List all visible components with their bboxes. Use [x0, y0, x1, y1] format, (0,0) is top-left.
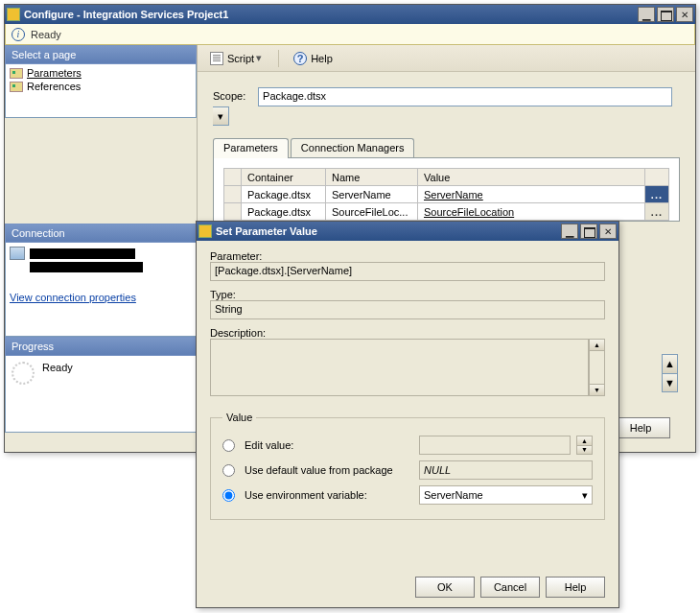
- scope-field[interactable]: Package.dtsx: [258, 87, 672, 106]
- configure-title: Configure - Integration Services Project…: [24, 9, 636, 20]
- grid-header-row: Container Name Value: [224, 169, 669, 186]
- grid-corner: [224, 169, 242, 186]
- dialog-help-button[interactable]: Help: [546, 577, 605, 598]
- tab-body: Container Name Value Package.dtsx Server…: [213, 158, 680, 222]
- ready-text: Ready: [31, 29, 61, 40]
- close-button[interactable]: [676, 7, 693, 22]
- default-value-field: NULL: [419, 460, 593, 480]
- script-label: Script: [227, 53, 254, 64]
- parameter-label: Parameter:: [210, 250, 605, 262]
- radio-environment-variable[interactable]: [222, 489, 235, 502]
- connection-header: Connection: [5, 224, 197, 243]
- table-row[interactable]: Package.dtsx ServerName ServerName ...: [224, 186, 669, 203]
- cell-value[interactable]: SourceFileLocation: [418, 203, 645, 221]
- description-label: Description:: [210, 327, 605, 339]
- edit-value-field[interactable]: [419, 436, 571, 455]
- type-field: String: [210, 300, 605, 319]
- page-icon: [10, 68, 23, 79]
- dialog-close-button[interactable]: [599, 224, 617, 239]
- tab-parameters[interactable]: Parameters: [213, 138, 289, 158]
- radio-env-label[interactable]: Use environment variable:: [245, 489, 413, 501]
- scope-label: Scope:: [213, 90, 255, 102]
- cell-value[interactable]: ServerName: [418, 186, 645, 203]
- dialog-maximize-button[interactable]: [580, 224, 597, 239]
- radio-edit-value-label[interactable]: Edit value:: [245, 439, 413, 451]
- env-variable-select[interactable]: ServerName ▾: [419, 485, 593, 505]
- cell-container: Package.dtsx: [242, 186, 326, 203]
- arrow-up-icon[interactable]: ▲: [577, 436, 592, 445]
- col-value[interactable]: Value: [418, 169, 645, 186]
- chevron-down-icon[interactable]: ▾: [582, 489, 588, 502]
- progress-spinner-icon: [12, 362, 35, 385]
- edit-value-updown[interactable]: ▲ ▼: [576, 436, 593, 455]
- toolbar: Script ▾ ? Help: [198, 45, 695, 72]
- arrow-down-icon[interactable]: ▼: [590, 384, 604, 395]
- redacted-text: [30, 248, 135, 259]
- dialog-title: Set Parameter Value: [216, 225, 559, 237]
- side-panel: Select a page Parameters References Conn…: [5, 45, 197, 452]
- ready-bar: i Ready: [5, 24, 695, 45]
- dialog-body: Parameter: [Package.dtsx].[ServerName] T…: [197, 241, 618, 607]
- server-icon: [10, 247, 25, 260]
- dialog-minimize-button[interactable]: [561, 224, 578, 239]
- tabs: Parameters Connection Managers: [213, 137, 680, 158]
- value-legend: Value: [222, 412, 256, 423]
- table-row[interactable]: Package.dtsx SourceFileLoc... SourceFile…: [224, 203, 669, 221]
- radio-default-value[interactable]: [222, 464, 235, 477]
- page-list: Parameters References: [5, 64, 197, 118]
- parameters-grid: Container Name Value Package.dtsx Server…: [223, 168, 669, 221]
- arrow-down-icon[interactable]: ▼: [663, 373, 677, 392]
- configure-titlebar[interactable]: Configure - Integration Services Project…: [5, 5, 695, 24]
- help-button[interactable]: Help: [611, 417, 670, 438]
- toolbar-separator: [278, 50, 279, 67]
- arrow-down-icon[interactable]: ▼: [577, 445, 592, 455]
- radio-env-row: Use environment variable: ServerName ▾: [222, 483, 593, 507]
- chevron-down-icon[interactable]: ▾: [254, 52, 264, 64]
- help-icon: ?: [293, 52, 307, 65]
- col-name[interactable]: Name: [326, 169, 418, 186]
- cell-container: Package.dtsx: [242, 203, 326, 221]
- browse-button[interactable]: ...: [644, 186, 668, 203]
- ok-button[interactable]: OK: [415, 577, 475, 598]
- script-icon: [210, 52, 223, 65]
- maximize-button[interactable]: [657, 7, 674, 22]
- value-group: Value Edit value: ▲ ▼ Use default value …: [210, 412, 605, 520]
- arrow-up-icon[interactable]: ▲: [663, 355, 677, 373]
- progress-text: Ready: [42, 362, 73, 373]
- dialog-buttons: OK Cancel Help: [415, 577, 605, 598]
- col-container[interactable]: Container: [242, 169, 326, 186]
- connection-panel: View connection properties: [5, 243, 197, 337]
- row-selector[interactable]: [224, 203, 242, 221]
- sidebar-item-parameters[interactable]: Parameters: [8, 66, 194, 80]
- help-toolbar-button[interactable]: ? Help: [287, 49, 339, 68]
- dialog-titlebar[interactable]: Set Parameter Value: [197, 222, 618, 241]
- radio-edit-value-row: Edit value: ▲ ▼: [222, 433, 593, 458]
- cancel-button[interactable]: Cancel: [480, 577, 540, 598]
- set-parameter-dialog: Set Parameter Value Parameter: [Package.…: [196, 221, 619, 608]
- col-actions: [644, 169, 668, 186]
- parameter-field: [Package.dtsx].[ServerName]: [210, 262, 605, 281]
- grid-scroll-updown[interactable]: ▲ ▼: [662, 354, 678, 392]
- cell-name: ServerName: [326, 186, 418, 203]
- radio-default-label[interactable]: Use default value from package: [245, 464, 413, 476]
- progress-panel: Ready: [5, 356, 197, 433]
- row-selector[interactable]: [224, 186, 242, 203]
- page-icon: [10, 82, 23, 92]
- configure-icon: [7, 8, 20, 21]
- description-scroll[interactable]: ▲ ▼: [589, 339, 605, 396]
- radio-edit-value[interactable]: [222, 439, 235, 452]
- select-page-header: Select a page: [5, 45, 197, 64]
- info-icon: i: [12, 28, 25, 41]
- sidebar-item-label: References: [27, 81, 81, 92]
- sidebar-item-references[interactable]: References: [8, 80, 194, 93]
- view-connection-properties-link[interactable]: View connection properties: [10, 292, 136, 303]
- minimize-button[interactable]: [638, 7, 655, 22]
- browse-button[interactable]: ...: [644, 203, 668, 221]
- sidebar-item-label: Parameters: [27, 67, 82, 79]
- tab-connection-managers[interactable]: Connection Managers: [291, 138, 415, 157]
- script-button[interactable]: Script ▾: [203, 49, 270, 68]
- scope-dropdown-button[interactable]: ▾: [213, 106, 229, 126]
- arrow-up-icon[interactable]: ▲: [590, 340, 604, 350]
- dialog-icon: [198, 224, 212, 238]
- type-label: Type:: [210, 289, 605, 300]
